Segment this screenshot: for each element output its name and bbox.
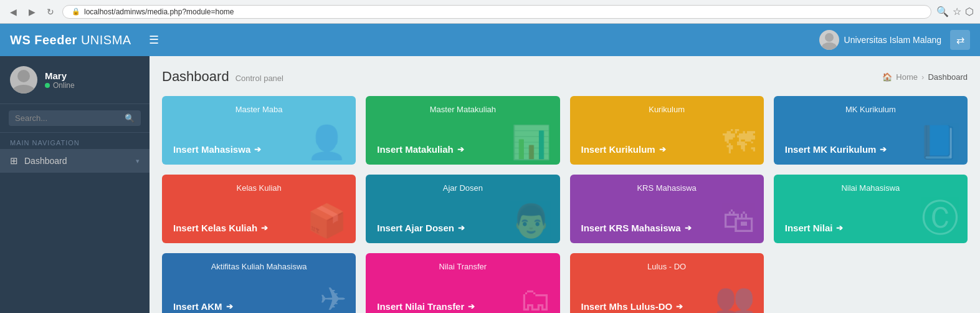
sidebar-item-dashboard[interactable]: ⊞ Dashboard ▾ (0, 149, 150, 173)
navbar-avatar (819, 30, 839, 50)
card-bg-icon: 🛍 (723, 205, 755, 237)
main-content: Dashboard Control panel 🏠 Home › Dashboa… (150, 56, 980, 313)
card-title: Kurikulum (581, 105, 753, 114)
arrow-icon: ➔ (458, 223, 465, 233)
bookmark-icon[interactable]: ☆ (953, 6, 961, 17)
dashboard-grid: Master Maba Insert Mahasiswa ➔ 👤 Master … (162, 96, 968, 313)
app-wrapper: WS Feeder UNISMA ☰ Universitas Islam Mal… (0, 24, 980, 313)
svg-point-2 (17, 70, 30, 82)
url-bar[interactable]: 🔒 localhost/adminws/media.php?module=hom… (62, 5, 931, 19)
card-title: Nilai Mahasiswa (785, 183, 956, 193)
sidebar: Mary Online 🔍 MAIN NAVIGATION ⊞ Dashboar… (0, 56, 150, 313)
card-kurikulum[interactable]: Kurikulum Insert Kurikulum ➔ 🗺 (570, 96, 764, 165)
card-title: Master Matakuliah (377, 105, 548, 114)
home-icon: 🏠 (882, 72, 892, 82)
breadcrumb-home[interactable]: Home (896, 72, 918, 82)
top-navbar: WS Feeder UNISMA ☰ Universitas Islam Mal… (0, 24, 980, 56)
sidebar-username: Mary (45, 70, 75, 81)
browser-chrome: ◀ ▶ ↻ 🔒 localhost/adminws/media.php?modu… (0, 0, 980, 24)
sidebar-status: Online (45, 81, 75, 90)
card-title: KRS Mahasiswa (581, 183, 753, 193)
card-lulus-do[interactable]: Lulus - DO Insert Mhs Lulus-DO ➔ 👥 (570, 253, 764, 313)
card-nilai-transfer[interactable]: Nilai Transfer Insert Nilai Transfer ➔ 🗂 (366, 253, 559, 313)
card-link[interactable]: Insert AKM ➔ (173, 301, 345, 312)
card-bg-icon: 👤 (307, 126, 347, 158)
page-subtitle: Control panel (235, 74, 283, 83)
card-title: Kelas Kuliah (173, 183, 345, 193)
card-title: Nilai Transfer (377, 262, 548, 271)
card-title: Master Maba (173, 105, 345, 114)
card-mk-kurikulum[interactable]: MK Kurikulum Insert MK Kurikulum ➔ 📘 (774, 96, 968, 165)
arrow-icon: ➔ (685, 223, 692, 233)
breadcrumb-current: Dashboard (928, 72, 968, 82)
card-master-maba[interactable]: Master Maba Insert Mahasiswa ➔ 👤 (162, 96, 356, 165)
navbar-university: Universitas Islam Malang (844, 35, 941, 45)
sidebar-user-info: Mary Online (45, 70, 75, 90)
card-title: MK Kurikulum (785, 105, 956, 114)
card-master-matakuliah[interactable]: Master Matakuliah Insert Matakuliah ➔ 📊 (366, 96, 559, 165)
arrow-icon: ➔ (880, 145, 887, 154)
extensions-icon[interactable]: ⬡ (965, 6, 974, 17)
dashboard-nav-icon: ⊞ (10, 155, 18, 166)
search-browser-icon[interactable]: 🔍 (936, 6, 949, 17)
arrow-icon: ➔ (468, 302, 475, 311)
arrow-icon: ➔ (254, 145, 261, 154)
card-title: Lulus - DO (581, 262, 753, 271)
arrow-icon: ➔ (261, 223, 268, 233)
svg-point-1 (822, 42, 837, 50)
card-bg-icon: 📦 (307, 205, 347, 237)
svg-point-3 (12, 85, 35, 94)
card-bg-icon: 🗂 (519, 283, 551, 313)
arrow-icon: ➔ (226, 302, 233, 311)
card-title: Ajar Dosen (377, 183, 548, 193)
arrow-icon: ➔ (659, 145, 666, 154)
chevron-down-icon: ▾ (136, 157, 140, 165)
card-bg-icon: 👨 (511, 205, 551, 237)
svg-point-0 (825, 33, 834, 42)
card-bg-icon: 🗺 (723, 126, 755, 158)
card-bg-icon: 📘 (918, 126, 959, 158)
card-bg-icon: Ⓒ (921, 200, 959, 237)
forward-button[interactable]: ▶ (25, 5, 39, 19)
sidebar-search-section: 🔍 (0, 104, 150, 133)
status-dot (45, 83, 50, 88)
card-ajar-dosen[interactable]: Ajar Dosen Insert Ajar Dosen ➔ 👨 (366, 175, 559, 243)
sidebar-user-section: Mary Online (0, 56, 150, 104)
search-input-wrap: 🔍 (9, 110, 141, 126)
page-title: Dashboard (162, 69, 229, 85)
card-bg-icon: 👥 (715, 283, 755, 313)
url-text: localhost/adminws/media.php?module=home (84, 7, 234, 16)
share-icon-button[interactable]: ⇄ (950, 30, 970, 50)
card-krs-mahasiswa[interactable]: KRS Mahasiswa Insert KRS Mahasiswa ➔ 🛍 (570, 175, 764, 243)
breadcrumb: 🏠 Home › Dashboard (882, 72, 968, 82)
arrow-icon: ➔ (836, 223, 843, 233)
arrow-icon: ➔ (676, 302, 683, 311)
navbar-user: Universitas Islam Malang (819, 30, 941, 50)
card-bg-icon: ✈ (320, 283, 347, 313)
sidebar-dashboard-label: Dashboard (24, 156, 130, 166)
brand-logo: WS Feeder UNISMA (10, 33, 131, 47)
search-input[interactable] (15, 113, 121, 123)
navbar-right: Universitas Islam Malang ⇄ (819, 30, 970, 50)
lock-icon: 🔒 (72, 7, 80, 16)
arrow-icon: ➔ (457, 145, 464, 154)
main-area: Mary Online 🔍 MAIN NAVIGATION ⊞ Dashboar… (0, 56, 980, 313)
content-title-wrap: Dashboard Control panel (162, 69, 283, 85)
card-aktifitas-kuliah[interactable]: Aktifitas Kuliah Mahasiswa Insert AKM ➔ … (162, 253, 356, 313)
nav-toggle-button[interactable]: ☰ (144, 31, 164, 49)
search-icon[interactable]: 🔍 (125, 113, 135, 123)
status-label: Online (53, 81, 75, 90)
card-kelas-kuliah[interactable]: Kelas Kuliah Insert Kelas Kuliah ➔ 📦 (162, 175, 356, 243)
card-nilai-mahasiswa[interactable]: Nilai Mahasiswa Insert Nilai ➔ Ⓒ (774, 175, 968, 243)
card-title: Aktifitas Kuliah Mahasiswa (173, 262, 345, 271)
breadcrumb-separator: › (921, 72, 924, 82)
sidebar-avatar (10, 66, 37, 94)
reload-button[interactable]: ↻ (44, 5, 57, 19)
content-header: Dashboard Control panel 🏠 Home › Dashboa… (162, 69, 968, 85)
back-button[interactable]: ◀ (6, 5, 20, 19)
browser-right-icons: 🔍 ☆ ⬡ (936, 6, 974, 17)
card-bg-icon: 📊 (511, 126, 551, 158)
nav-label: MAIN NAVIGATION (0, 133, 150, 149)
